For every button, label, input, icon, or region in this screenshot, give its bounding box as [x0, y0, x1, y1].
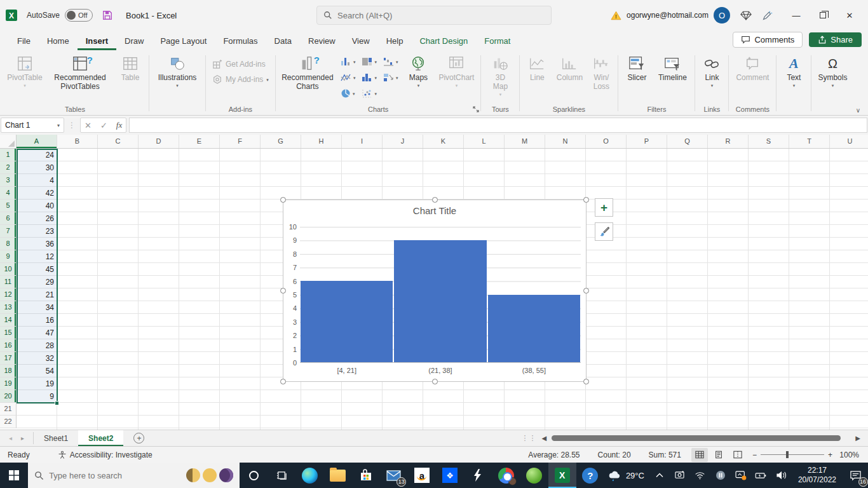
column-chart-button[interactable]: ▾: [341, 54, 356, 69]
page-layout-view-icon[interactable]: [710, 448, 727, 462]
column-header[interactable]: P: [627, 135, 667, 148]
waterfall-chart-button[interactable]: ▾: [383, 54, 398, 69]
cell[interactable]: 21: [17, 288, 57, 301]
cell[interactable]: 4: [17, 174, 57, 187]
cell[interactable]: 12: [17, 250, 57, 263]
restore-icon[interactable]: [810, 4, 836, 26]
task-view-button[interactable]: [268, 463, 295, 488]
horizontal-scrollbar[interactable]: [552, 435, 850, 441]
row-header[interactable]: 12: [0, 288, 17, 301]
chart-resize-handle[interactable]: [280, 288, 286, 294]
green-app-button[interactable]: [520, 463, 548, 488]
symbols-button[interactable]: Ω Symbols ▾: [814, 51, 851, 90]
row-header[interactable]: 2: [0, 161, 17, 174]
column-header[interactable]: C: [98, 135, 139, 148]
row-header[interactable]: 13: [0, 301, 17, 314]
scatter-chart-button[interactable]: ▾: [362, 86, 377, 101]
sync-pause-icon[interactable]: [710, 470, 731, 480]
column-header[interactable]: I: [342, 135, 383, 148]
column-header[interactable]: T: [789, 135, 830, 148]
name-box[interactable]: Chart 1 ▾: [1, 118, 64, 133]
column-header[interactable]: L: [464, 135, 505, 148]
gem-icon[interactable]: [740, 11, 752, 20]
recommended-charts-button[interactable]: ? Recommended Charts: [278, 51, 337, 93]
zoom-out-icon[interactable]: −: [752, 451, 757, 459]
row-header[interactable]: 1: [0, 149, 17, 161]
row-header[interactable]: 22: [0, 416, 17, 428]
formula-input[interactable]: [129, 118, 867, 133]
bar-column[interactable]: [301, 227, 393, 362]
line-chart-button[interactable]: ▾: [341, 70, 356, 85]
cell[interactable]: 23: [17, 225, 57, 238]
column-header[interactable]: F: [220, 135, 261, 148]
scrollbar-splitter[interactable]: ⋮⋮: [522, 434, 537, 442]
cell[interactable]: 16: [17, 314, 57, 327]
autosave-toggle[interactable]: Off: [65, 9, 93, 22]
clock[interactable]: 22:17 20/07/2022: [792, 466, 843, 485]
cell[interactable]: 40: [17, 200, 57, 212]
chart-resize-handle[interactable]: [583, 288, 589, 294]
bar-column[interactable]: [394, 227, 486, 362]
histogram-bar[interactable]: [394, 240, 486, 362]
mail-button[interactable]: 13: [380, 463, 408, 488]
insert-function-icon[interactable]: fx: [116, 120, 122, 130]
chart-resize-handle[interactable]: [280, 197, 286, 203]
row-header[interactable]: 16: [0, 339, 17, 352]
search-box[interactable]: [316, 6, 552, 25]
select-all-corner[interactable]: [0, 135, 17, 148]
edge-button[interactable]: [295, 463, 323, 488]
row-header[interactable]: 20: [0, 390, 17, 403]
cell[interactable]: 19: [17, 377, 57, 390]
ribbon-tab[interactable]: Page Layout: [152, 30, 215, 50]
accessibility-status[interactable]: Accessibility: Investigate: [51, 451, 159, 459]
row-header[interactable]: 11: [0, 276, 17, 288]
status-average[interactable]: Average: 28.55: [520, 451, 587, 459]
status-count[interactable]: Count: 20: [590, 451, 639, 459]
sheet-nav-right-icon[interactable]: ▸: [21, 435, 24, 442]
cell[interactable]: 42: [17, 187, 57, 200]
share-button[interactable]: Share: [809, 32, 862, 47]
illustrations-button[interactable]: Illustrations ▾: [152, 51, 203, 90]
new-sheet-button[interactable]: +: [133, 433, 144, 444]
confirm-entry-icon[interactable]: ✓: [100, 121, 107, 130]
column-header[interactable]: N: [545, 135, 586, 148]
taskbar-search-input[interactable]: [49, 471, 181, 480]
embedded-chart[interactable]: Chart Title 012345678910 [4, 21](21, 38]…: [283, 200, 587, 382]
ribbon-tab[interactable]: Help: [378, 30, 412, 50]
cell[interactable]: 34: [17, 301, 57, 314]
ribbon-tab[interactable]: Chart Design: [411, 30, 476, 50]
combo-chart-button[interactable]: ▾: [383, 70, 398, 85]
zoom-percentage[interactable]: 100%: [839, 451, 868, 459]
sheet-nav-left-icon[interactable]: ◂: [9, 435, 12, 442]
search-highlight-icons[interactable]: [186, 468, 233, 482]
chart-elements-button[interactable]: +: [595, 198, 613, 217]
row-header[interactable]: 15: [0, 327, 17, 339]
row-header[interactable]: 3: [0, 174, 17, 187]
text-button[interactable]: A Text ▾: [779, 51, 808, 90]
normal-view-icon[interactable]: [691, 448, 708, 462]
ribbon-tab[interactable]: Data: [266, 30, 300, 50]
store-button[interactable]: [352, 463, 380, 488]
column-header[interactable]: A: [17, 135, 57, 148]
chart-resize-handle[interactable]: [432, 197, 438, 203]
row-header[interactable]: 18: [0, 365, 17, 377]
pivottable-button[interactable]: PivotTable ▾: [4, 51, 46, 90]
cell[interactable]: 30: [17, 161, 57, 174]
cell[interactable]: 36: [17, 238, 57, 250]
chart-resize-handle[interactable]: [432, 379, 438, 384]
column-header[interactable]: O: [586, 135, 627, 148]
column-header[interactable]: K: [423, 135, 464, 148]
minimize-icon[interactable]: —: [783, 4, 810, 26]
cell[interactable]: 32: [17, 352, 57, 365]
ribbon-tab[interactable]: Home: [39, 30, 78, 50]
comments-button[interactable]: Comments: [733, 32, 803, 48]
ribbon-tab[interactable]: File: [9, 30, 39, 50]
wifi-icon[interactable]: [690, 471, 710, 480]
ribbon-tab[interactable]: View: [344, 30, 378, 50]
comment-button[interactable]: Comment: [731, 51, 773, 85]
3d-map-button[interactable]: 3D Map ▾: [484, 51, 517, 98]
column-header[interactable]: R: [708, 135, 749, 148]
cell[interactable]: 45: [17, 263, 57, 276]
cell[interactable]: 9: [17, 390, 57, 403]
row-header[interactable]: 4: [0, 187, 17, 200]
